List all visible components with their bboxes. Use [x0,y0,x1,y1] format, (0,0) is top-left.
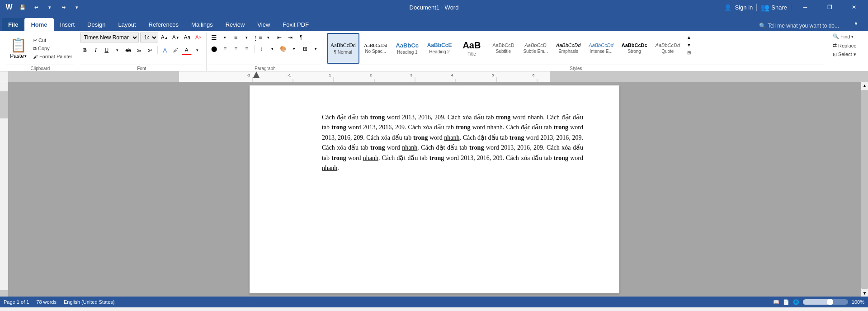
tab-layout[interactable]: Layout [112,18,142,31]
borders-dropdown[interactable]: ▾ [311,44,321,54]
subscript-button[interactable]: x₂ [134,45,144,55]
document-page[interactable]: Cách đặt dấu tab trong word 2013, 2016, … [250,85,619,293]
tab-design[interactable]: Design [81,18,112,31]
style-item-subtitle[interactable]: AaBbCcD Subtitle [488,33,519,64]
clipboard-group: 📋 Paste ▾ ✂ Cut ⧉ Copy [4,33,77,71]
tab-insert[interactable]: Insert [54,18,81,31]
scroll-down-button[interactable]: ▼ [862,290,868,297]
styles-group-label: Styles [327,65,825,71]
ribbon-collapse-button[interactable]: ∧ [845,16,866,31]
paste-dropdown-icon[interactable]: ▾ [24,54,27,58]
save-qat-button[interactable]: 💾 [17,2,28,13]
decrease-font-button[interactable]: A▼ [171,33,181,42]
undo-dropdown-button[interactable]: ▾ [44,2,55,13]
scroll-thumb[interactable] [861,90,868,289]
style-item-normal[interactable]: AaBbCcDd ¶ Normal [327,33,359,64]
numbering-button[interactable]: ≡ [231,33,241,42]
text-highlight-button[interactable]: 🖊 [171,45,181,55]
undo-qat-button[interactable]: ↩ [31,2,42,13]
decrease-indent-button[interactable]: ⇤ [274,33,284,42]
style-item-no-spacing[interactable]: AaBbCcDd No Spac... [360,33,391,64]
tab-review[interactable]: Review [219,18,251,31]
borders-button[interactable]: ⊞ [300,44,310,54]
find-dropdown[interactable]: ▾ [851,34,854,39]
shading-dropdown[interactable]: ▾ [289,44,299,54]
tab-view[interactable]: View [251,18,276,31]
bullets-dropdown[interactable]: ▾ [220,33,230,42]
style-item-subtle-em[interactable]: AaBbCcD Subtle Em... [519,33,551,64]
multilevel-dropdown[interactable]: ▾ [264,33,274,42]
close-button[interactable]: ✕ [844,0,864,14]
font-size-select[interactable]: 14 [140,33,158,42]
customize-qat-button[interactable]: ▾ [71,2,82,13]
svg-rect-3 [550,71,868,82]
italic-button[interactable]: I [91,45,101,55]
sign-in-button[interactable]: Sign in [735,4,753,11]
clear-formatting-button[interactable]: A✕ [193,33,203,42]
style-item-heading2[interactable]: AaBbCcE Heading 2 [424,33,456,64]
find-button[interactable]: 🔍 Find ▾ [831,33,855,40]
justify-button[interactable]: ≡ [242,44,252,54]
zoom-slider[interactable] [803,299,848,305]
strikethrough-button[interactable]: ab [123,45,133,55]
status-bar: Page 1 of 1 78 words English (United Sta… [0,297,868,307]
line-spacing-dropdown[interactable]: ▾ [268,44,278,54]
font-color-dropdown[interactable]: ▾ [193,45,203,55]
cut-button[interactable]: ✂ Cut [31,37,74,44]
bold-button[interactable]: B [80,45,90,55]
text-effects-button[interactable]: A [160,45,170,55]
styles-scroll-down[interactable]: ▼ [685,41,693,48]
bullets-button[interactable]: ☰ [209,33,219,42]
numbering-dropdown[interactable]: ▾ [242,33,252,42]
read-mode-button[interactable]: 📖 [773,299,779,305]
redo-qat-button[interactable]: ↪ [58,2,69,13]
document-text[interactable]: Cách đặt dấu tab trong word 2013, 2016, … [322,113,583,173]
tab-home[interactable]: Home [24,18,53,31]
restore-button[interactable]: ❐ [819,0,840,14]
tab-foxit[interactable]: Foxit PDF [276,18,315,31]
style-item-quote[interactable]: AaBbCcDd Quote [652,33,684,64]
align-center-button[interactable]: ≡ [220,44,230,54]
font-group: Times New Roman 14 A▲ A▼ Aa A✕ B I U ▾ a… [77,33,207,71]
styles-scroll-up[interactable]: ▲ [685,33,693,41]
style-item-emphasis[interactable]: AaBbCcDd Emphasis [552,33,584,64]
style-item-heading1[interactable]: AaBbCc Heading 1 [392,33,423,64]
show-hide-button[interactable]: ¶ [296,33,306,42]
line-spacing-button[interactable]: ↕ [257,44,267,54]
font-family-select[interactable]: Times New Roman [80,33,139,42]
scroll-up-button[interactable]: ▲ [862,82,868,89]
style-item-title[interactable]: AaB Title [456,33,487,64]
style-item-intense-e[interactable]: AaBbCcDd Intense E... [585,33,617,64]
copy-button[interactable]: ⧉ Copy [31,45,74,52]
shading-button[interactable]: 🎨 [278,44,288,54]
editing-group: 🔍 Find ▾ ⇄ Replace ⊡ Select ▾ Editing [828,33,864,71]
tab-mailings[interactable]: Mailings [185,18,219,31]
replace-icon: ⇄ [833,42,837,48]
format-painter-button[interactable]: 🖌 Format Painter [31,53,74,60]
scrollbar-right[interactable]: ▲ ▼ [861,82,868,297]
style-item-strong[interactable]: AaBbCcDc Strong [618,33,651,64]
share-button[interactable]: Share [771,4,787,11]
select-button[interactable]: ⊡ Select ▾ [831,51,858,58]
minimize-button[interactable]: ─ [795,0,816,14]
increase-font-button[interactable]: A▲ [160,33,170,42]
align-left-button[interactable]: ⬤ [209,44,219,54]
underline-button[interactable]: U [102,45,112,55]
underline-dropdown[interactable]: ▾ [113,45,123,55]
styles-expand[interactable]: ⊞ [685,49,693,56]
font-color-button[interactable]: A [182,45,192,55]
superscript-button[interactable]: x² [145,45,155,55]
multilevel-list-button[interactable]: ⋮≡ [253,33,263,42]
style-label-subtle-em: Subtle Em... [523,49,547,54]
increase-indent-button[interactable]: ⇥ [285,33,295,42]
replace-button[interactable]: ⇄ Replace [831,42,858,49]
tell-me-search[interactable]: 🔍 Tell me what you want to do... [755,21,844,31]
svg-text:5: 5 [492,73,494,77]
change-case-button[interactable]: Aa [182,33,192,42]
align-right-button[interactable]: ≡ [231,44,241,54]
tab-file[interactable]: File [2,18,24,31]
paste-button[interactable]: 📋 Paste ▾ [6,35,30,61]
web-layout-button[interactable]: 🌐 [793,299,799,305]
print-layout-button[interactable]: 📄 [783,299,789,305]
tab-references[interactable]: References [142,18,185,31]
